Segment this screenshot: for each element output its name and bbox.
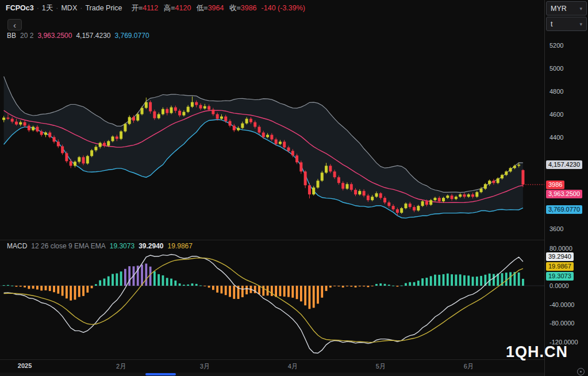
candle-body bbox=[15, 122, 18, 125]
macd-histogram-bar bbox=[384, 284, 386, 286]
currency-dropdown[interactable]: MYR ▾ bbox=[546, 1, 587, 16]
candle-body bbox=[245, 119, 248, 124]
macd-histogram-bar bbox=[258, 286, 260, 294]
candle-body bbox=[521, 170, 524, 185]
time-axis[interactable]: 20252月3月4月5月6月 bbox=[0, 359, 544, 372]
macd-histogram-bar bbox=[49, 286, 51, 291]
back-arrow-icon: ‹ bbox=[13, 21, 16, 29]
time-axis-label: 4月 bbox=[288, 362, 298, 371]
candle-body bbox=[44, 133, 47, 135]
macd-histogram-bar bbox=[107, 277, 110, 286]
candle-body bbox=[363, 191, 366, 195]
macd-histogram-bar bbox=[245, 286, 248, 294]
macd-histogram-bar bbox=[333, 286, 336, 286]
candle-body bbox=[433, 198, 436, 200]
candle-body bbox=[65, 153, 68, 161]
macd-histogram-bar bbox=[338, 286, 340, 286]
macd-histogram-bar bbox=[309, 286, 311, 309]
macd-signal-line bbox=[4, 258, 523, 343]
candle-body bbox=[220, 117, 223, 119]
scroll-to-latest-button[interactable] bbox=[577, 368, 585, 375]
macd-histogram-bar bbox=[262, 286, 264, 296]
symbol-name[interactable]: FCPOc3 bbox=[6, 4, 34, 12]
horizontal-scrollbar[interactable] bbox=[0, 373, 544, 376]
candle-body bbox=[224, 117, 227, 121]
macd-histogram-bar bbox=[405, 283, 407, 286]
macd-histogram-bar bbox=[195, 284, 198, 286]
candle-body bbox=[86, 156, 89, 163]
candle-body bbox=[392, 206, 395, 209]
ohlc-readout: 开=4112 高=4120 低=3964 收=3986 bbox=[128, 3, 257, 13]
candle-body bbox=[128, 117, 131, 124]
macd-histogram-bar bbox=[82, 286, 84, 296]
interval-label[interactable]: 1天 bbox=[42, 3, 53, 13]
macd-histogram-bar bbox=[141, 264, 143, 286]
candle-body bbox=[417, 206, 420, 210]
candle-body bbox=[421, 201, 424, 206]
candle-body bbox=[451, 195, 454, 199]
macd-histogram-bar bbox=[212, 286, 214, 290]
macd-histogram-bar bbox=[99, 281, 101, 286]
macd-histogram-bar bbox=[145, 264, 147, 286]
candle-body bbox=[136, 114, 139, 121]
pane-divider[interactable] bbox=[0, 240, 588, 240]
candle-body bbox=[488, 181, 491, 184]
candle-body bbox=[233, 126, 236, 131]
candle-body bbox=[471, 194, 474, 197]
macd-chart-canvas[interactable] bbox=[0, 240, 544, 359]
macd-histogram-bar bbox=[28, 286, 30, 289]
macd-histogram-bar bbox=[421, 278, 424, 286]
candle-body bbox=[90, 150, 93, 156]
macd-histogram-bar bbox=[350, 286, 352, 287]
macd-histogram-bar bbox=[174, 281, 176, 286]
macd-histogram-bar bbox=[379, 283, 382, 286]
candle-body bbox=[170, 108, 173, 113]
candle-body bbox=[425, 201, 428, 205]
candle-body bbox=[6, 118, 9, 119]
macd-indicator-legend[interactable]: MACD 12 26 close 9 EMA EMA 19.3073 39.29… bbox=[7, 242, 193, 250]
macd-histogram-bar bbox=[279, 286, 282, 296]
candle-body bbox=[270, 135, 273, 140]
candle-body bbox=[463, 194, 466, 197]
back-button[interactable]: ‹ bbox=[7, 19, 22, 30]
candle-body bbox=[387, 202, 390, 206]
candle-body bbox=[57, 141, 60, 146]
unit-dropdown[interactable]: t ▾ bbox=[546, 17, 587, 31]
bb-mid-price-badge: 3,963.2500 bbox=[546, 190, 582, 198]
macd-histogram-bar bbox=[388, 285, 390, 286]
price-tick-label: 4800 bbox=[549, 88, 563, 95]
macd-histogram-bar bbox=[36, 286, 39, 290]
candle-body bbox=[120, 132, 122, 139]
candle-body bbox=[275, 139, 278, 144]
candle-body bbox=[162, 109, 164, 114]
time-axis-label: 2月 bbox=[116, 362, 126, 371]
scrollbar-thumb[interactable] bbox=[145, 373, 176, 375]
price-axis-column[interactable]: MYR ▾ t ▾ 5200500048004600440036004,157.… bbox=[544, 0, 588, 376]
macd-histogram-bar bbox=[225, 286, 227, 295]
macd-histogram-bar bbox=[16, 286, 18, 287]
close-label: 收= bbox=[229, 4, 241, 12]
candle-body bbox=[70, 161, 72, 166]
candle-body bbox=[379, 193, 382, 198]
candle-body bbox=[517, 164, 520, 166]
price-chart-canvas[interactable] bbox=[0, 16, 544, 240]
macd-histogram-bar bbox=[367, 286, 370, 287]
high-label: 高= bbox=[164, 4, 175, 12]
bb-indicator-legend[interactable]: BB 20 2 3,963.2500 4,157.4230 3,769.0770 bbox=[7, 32, 149, 40]
macd-histogram-bar bbox=[300, 286, 302, 301]
candle-body bbox=[429, 200, 432, 205]
candle-body bbox=[153, 112, 156, 118]
macd-histogram-bar bbox=[430, 276, 432, 286]
macd-histogram-bar bbox=[271, 286, 273, 296]
macd-histogram-bar bbox=[472, 277, 474, 286]
last-price-badge: 3986 bbox=[546, 181, 564, 189]
price-tick-label: 4600 bbox=[549, 111, 563, 118]
candle-body bbox=[505, 171, 508, 175]
macd-histogram-bar bbox=[66, 286, 68, 298]
bb-band-fill bbox=[4, 76, 523, 218]
candle-body bbox=[413, 207, 416, 210]
macd-histogram-bar bbox=[317, 286, 319, 304]
macd-histogram-bar bbox=[229, 286, 231, 297]
macd-histogram-bar bbox=[451, 274, 453, 286]
candle-body bbox=[174, 108, 177, 111]
